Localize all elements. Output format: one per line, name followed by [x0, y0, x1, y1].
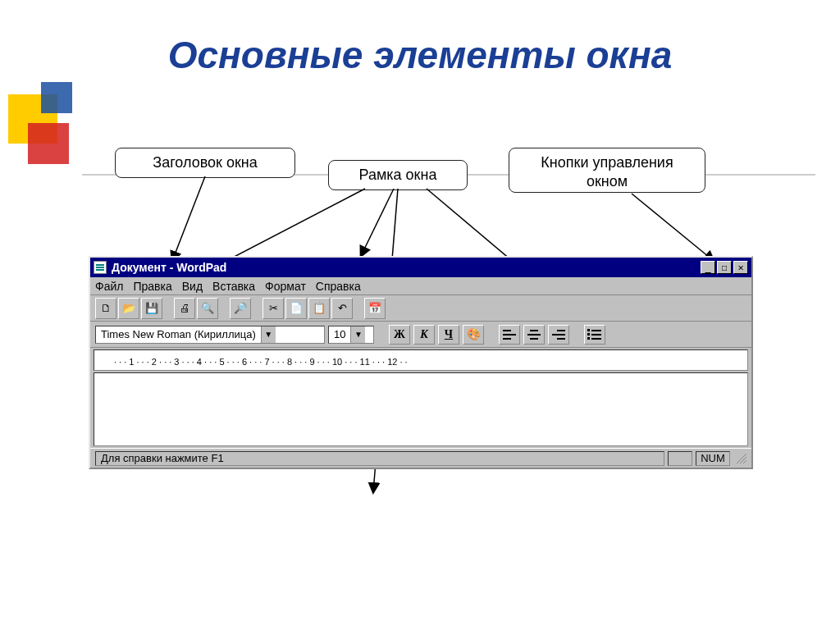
paste-icon: 📋: [313, 302, 326, 314]
minimize-button[interactable]: _: [701, 261, 715, 274]
undo-icon: ↶: [338, 302, 347, 314]
color-button[interactable]: 🎨: [463, 325, 484, 345]
open-icon: 📂: [122, 302, 135, 314]
document-area[interactable]: [94, 372, 748, 446]
undo-button[interactable]: ↶: [331, 298, 353, 319]
open-button[interactable]: 📂: [118, 298, 139, 319]
save-icon: 💾: [145, 302, 158, 314]
size-value: 10: [329, 328, 350, 340]
menu-view[interactable]: Вид: [182, 280, 203, 293]
svg-line-5: [632, 194, 714, 261]
palette-icon: 🎨: [467, 327, 481, 341]
maximize-button[interactable]: ☐: [717, 261, 732, 274]
new-button[interactable]: 🗋: [95, 298, 116, 319]
svg-line-2: [361, 189, 394, 256]
menu-help[interactable]: Справка: [316, 280, 361, 293]
cut-button[interactable]: ✂: [262, 298, 284, 319]
paste-button[interactable]: 📋: [308, 298, 330, 319]
font-combo[interactable]: Times New Roman (Кириллица) ▼: [95, 326, 325, 344]
close-button[interactable]: ✕: [733, 261, 748, 274]
svg-line-0: [172, 176, 205, 261]
format-toolbar: Times New Roman (Кириллица) ▼ 10 ▼ Ж К Ч…: [90, 322, 751, 348]
callout-title: Заголовок окна: [115, 148, 295, 178]
decor-square-blue: [41, 82, 72, 113]
status-numlock: NUM: [696, 451, 730, 466]
app-icon[interactable]: [94, 261, 107, 274]
callout-frame: Рамка окна: [328, 160, 468, 190]
menu-format[interactable]: Формат: [265, 280, 306, 293]
callout-controls: Кнопки управления окном: [509, 148, 705, 193]
status-help-text: Для справки нажмите F1: [95, 451, 664, 466]
status-empty: [668, 451, 692, 466]
underline-button[interactable]: Ч: [438, 325, 459, 345]
window-title: Документ - WordPad: [112, 261, 226, 274]
print-icon: 🖨: [180, 302, 190, 314]
copy-button[interactable]: 📄: [285, 298, 307, 319]
preview-button[interactable]: 🔍: [197, 298, 218, 319]
menu-insert[interactable]: Вставка: [212, 280, 255, 293]
copy-icon: 📄: [290, 302, 303, 314]
menu-edit[interactable]: Правка: [133, 280, 171, 293]
ruler[interactable]: · · · 1 · · · 2 · · · 3 · · · 4 · · · 5 …: [94, 349, 748, 371]
slide-title: Основные элементы окна: [0, 33, 840, 77]
datetime-button[interactable]: 📅: [364, 298, 386, 319]
align-left-button[interactable]: [499, 325, 520, 345]
align-right-button[interactable]: [548, 325, 569, 345]
bold-button[interactable]: Ж: [389, 325, 410, 345]
datetime-icon: 📅: [368, 302, 381, 314]
chevron-down-icon[interactable]: ▼: [261, 326, 276, 343]
titlebar[interactable]: Документ - WordPad _ ☐ ✕: [90, 258, 751, 277]
find-button[interactable]: 🔎: [230, 298, 251, 319]
menu-bar: Файл Правка Вид Вставка Формат Справка: [90, 277, 751, 295]
preview-icon: 🔍: [201, 302, 214, 314]
find-icon: 🔎: [234, 302, 247, 314]
align-center-button[interactable]: [523, 325, 545, 345]
standard-toolbar: 🗋 📂 💾 🖨 🔍 🔎 ✂ 📄 📋 ↶ 📅: [90, 295, 751, 322]
chevron-down-icon[interactable]: ▼: [350, 326, 365, 343]
resize-grip[interactable]: [733, 450, 746, 466]
print-button[interactable]: 🖨: [174, 298, 195, 319]
decor-square-red: [28, 123, 69, 164]
cut-icon: ✂: [269, 302, 278, 314]
window-controls: _ ☐ ✕: [701, 261, 748, 274]
new-icon: 🗋: [101, 302, 112, 314]
size-combo[interactable]: 10 ▼: [328, 326, 374, 344]
font-value: Times New Roman (Кириллица): [96, 328, 261, 340]
bullets-button[interactable]: [584, 325, 605, 345]
menu-file[interactable]: Файл: [95, 280, 123, 293]
wordpad-window: Документ - WordPad _ ☐ ✕ Файл Правка Вид…: [89, 256, 753, 469]
status-bar: Для справки нажмите F1 NUM: [90, 448, 751, 468]
italic-button[interactable]: К: [413, 325, 435, 345]
save-button[interactable]: 💾: [141, 298, 162, 319]
